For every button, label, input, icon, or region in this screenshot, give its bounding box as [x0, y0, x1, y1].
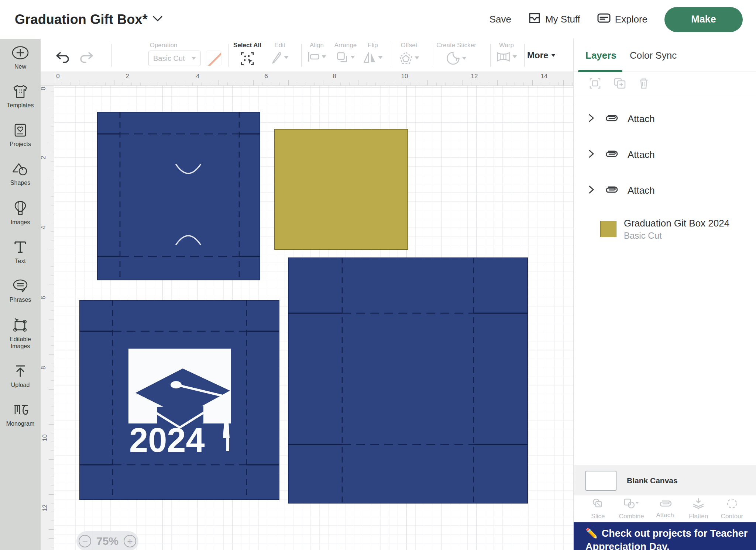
- sidebar-item-upload[interactable]: Upload: [0, 364, 41, 388]
- chevron-right-icon[interactable]: [588, 114, 594, 124]
- duplicate-icon[interactable]: [614, 77, 626, 91]
- flatten-button[interactable]: Flatten: [682, 495, 715, 522]
- vertical-ruler: 0 2 4 6 8 10 12: [41, 86, 54, 550]
- attach-button[interactable]: Attach: [649, 495, 681, 522]
- warp-button[interactable]: [496, 51, 517, 62]
- flatten-icon: [692, 498, 705, 511]
- ruler-tick-label: 6: [264, 73, 268, 80]
- ruler-tick-label: 12: [41, 505, 49, 512]
- monogram-icon: [11, 402, 29, 417]
- chevron-down-icon: [192, 57, 196, 60]
- blank-canvas-row[interactable]: Blank Canvas: [574, 466, 756, 495]
- explore-icon: [597, 13, 611, 26]
- chevron-down-icon: [415, 56, 419, 59]
- divider: [301, 44, 302, 67]
- chevron-right-icon[interactable]: [588, 185, 594, 196]
- trash-icon[interactable]: [639, 77, 649, 91]
- operation-select[interactable]: Basic Cut: [148, 51, 201, 66]
- explore-label: Explore: [615, 14, 647, 25]
- explore-button[interactable]: Explore: [597, 13, 647, 26]
- edit-toolbar: Operation Basic Cut Select All Edit Alig…: [41, 39, 573, 72]
- redo-button[interactable]: [79, 51, 94, 64]
- ruler-tick-label: 2: [126, 73, 129, 80]
- sidebar-item-new[interactable]: New: [0, 45, 41, 70]
- undo-button[interactable]: [55, 51, 71, 64]
- blank-canvas-swatch: [585, 471, 616, 491]
- sidebar-item-editable-images[interactable]: Editable Images: [0, 317, 41, 350]
- align-button[interactable]: [307, 51, 326, 62]
- action-label: Combine: [619, 513, 644, 520]
- ruler-corner: [41, 72, 54, 86]
- offset-button[interactable]: [399, 51, 419, 65]
- layer-row-graduation-gift-box[interactable]: Graduation Git Box 2024 Basic Cut: [574, 215, 756, 243]
- sidebar-item-projects[interactable]: Projects: [0, 123, 41, 148]
- grad-cap-panel-piece[interactable]: 2024: [79, 300, 279, 500]
- sidebar-item-label: Shapes: [10, 179, 30, 186]
- make-button[interactable]: Make: [664, 7, 743, 32]
- sidebar-item-monogram[interactable]: Monogram: [0, 402, 41, 427]
- sidebar-item-text[interactable]: Text: [0, 240, 41, 264]
- color-swatch-disabled[interactable]: [206, 51, 221, 66]
- operation-value: Basic Cut: [153, 54, 185, 63]
- design-year-text: 2024: [129, 421, 205, 459]
- my-stuff-button[interactable]: My Stuff: [528, 13, 580, 26]
- arrange-label: Arrange: [334, 42, 357, 49]
- chevron-down-icon: [322, 55, 326, 58]
- chevron-right-icon[interactable]: [588, 149, 594, 160]
- layer-tools: [574, 72, 756, 96]
- ruler-tick-label: 6: [41, 296, 47, 299]
- action-label: Attach: [656, 512, 674, 519]
- group-label: Attach: [628, 113, 655, 125]
- create-sticker-button[interactable]: [446, 51, 467, 65]
- save-button[interactable]: Save: [489, 14, 511, 25]
- flip-button[interactable]: [363, 51, 383, 64]
- group-select-icon[interactable]: [589, 77, 601, 91]
- sidebar-item-phrases[interactable]: Phrases: [0, 279, 41, 303]
- tab-label: Layers: [585, 50, 616, 61]
- banner-text: Check out projects for Teacher Appreciat…: [585, 528, 748, 550]
- layer-group-attach-2[interactable]: Attach: [574, 143, 756, 166]
- sidebar-item-images[interactable]: Images: [0, 200, 41, 226]
- edit-button[interactable]: [271, 51, 289, 64]
- arrange-button[interactable]: [336, 51, 355, 63]
- contour-button[interactable]: Contour: [716, 495, 748, 522]
- project-book-icon: [13, 123, 28, 138]
- ruler-tick-label: 4: [196, 73, 199, 80]
- tab-layers[interactable]: Layers: [585, 39, 616, 72]
- combine-button[interactable]: Combine: [615, 495, 648, 522]
- layer-group-attach-1[interactable]: Attach: [574, 107, 756, 131]
- create-sticker-label: Create Sticker: [436, 42, 476, 49]
- align-label: Align: [310, 42, 324, 49]
- tab-color-sync[interactable]: Color Sync: [630, 39, 677, 72]
- layer-group-attach-3[interactable]: Attach: [574, 179, 756, 202]
- operation-label: Operation: [150, 42, 178, 49]
- attach-paperclip-icon: [658, 499, 673, 509]
- gold-square-piece[interactable]: [274, 129, 408, 250]
- sidebar-item-label: Templates: [7, 102, 34, 109]
- select-all-button[interactable]: [240, 51, 255, 66]
- divider: [490, 44, 491, 67]
- chevron-down-icon: [551, 54, 556, 57]
- group-label: Attach: [628, 185, 655, 196]
- slice-button[interactable]: Slice: [582, 495, 614, 522]
- action-label: Flatten: [689, 513, 708, 520]
- canvas-grid[interactable]: 2024 − 75% +: [54, 86, 573, 550]
- save-label: Save: [489, 14, 511, 25]
- promo-banner[interactable]: ✏️Check out projects for Teacher Appreci…: [574, 522, 756, 550]
- zoom-in-button[interactable]: +: [124, 535, 136, 547]
- upload-icon: [13, 364, 28, 378]
- action-label: Slice: [591, 513, 605, 520]
- project-title-menu[interactable]: Graduation Gift Box*: [15, 0, 162, 39]
- ruler-tick-label: 14: [541, 73, 548, 80]
- box-lid-piece[interactable]: [97, 112, 260, 280]
- more-button[interactable]: More: [527, 39, 556, 72]
- design-canvas[interactable]: 0 2 4 6 8 10 12 14 0 2 4 6 8 10 12: [41, 72, 573, 550]
- zoom-out-button[interactable]: −: [79, 535, 91, 547]
- sidebar-item-shapes[interactable]: Shapes: [0, 162, 41, 186]
- box-base-piece[interactable]: [288, 257, 528, 504]
- contour-icon: [726, 498, 738, 511]
- tab-label: Color Sync: [630, 50, 677, 61]
- divider: [524, 44, 525, 67]
- ruler-tick-label: 10: [401, 73, 408, 80]
- sidebar-item-templates[interactable]: Templates: [0, 84, 41, 109]
